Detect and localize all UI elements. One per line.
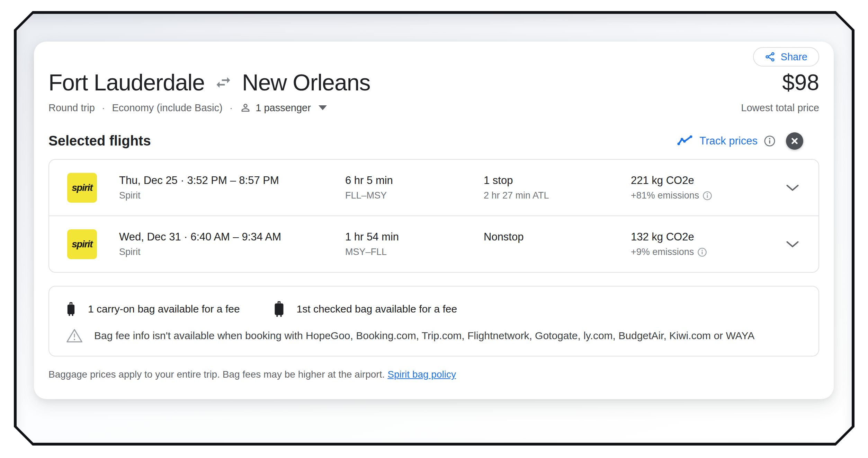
airline-name: Spirit <box>119 247 345 258</box>
track-prices-label[interactable]: Track prices <box>699 135 758 147</box>
spirit-bag-policy-link[interactable]: Spirit bag policy <box>387 369 456 380</box>
flight-row-return[interactable]: spirit Wed, Dec 31 · 6:40 AM – 9:34 AM S… <box>49 216 818 272</box>
info-icon[interactable] <box>697 247 707 257</box>
swap-route-icon <box>214 73 232 91</box>
baggage-disclaimer-row: Baggage prices apply to your entire trip… <box>48 369 819 380</box>
expand-flight-button[interactable] <box>778 184 799 192</box>
emissions-delta: +9% emissions <box>631 247 694 257</box>
bag-fee-warning-text: Bag fee info isn't available when bookin… <box>94 330 754 342</box>
origin-city: Fort Lauderdale <box>48 69 205 96</box>
toggle-thumb-x-icon <box>786 132 803 150</box>
flight-stops: 1 stop <box>484 174 631 187</box>
trip-type-label: Round trip <box>48 102 95 114</box>
flight-summary-card: Share Fort Lauderdale New Orleans $98 Ro… <box>34 42 834 399</box>
chevron-down-icon <box>786 240 799 248</box>
title-row: Fort Lauderdale New Orleans $98 <box>48 69 819 96</box>
total-price: $98 <box>782 70 819 95</box>
flight-date-time: Thu, Dec 25 · 3:52 PM – 8:57 PM <box>119 174 345 187</box>
stop-detail: 2 hr 27 min ATL <box>484 190 631 201</box>
passenger-count-label: 1 passenger <box>256 102 311 114</box>
co2-amount: 132 kg CO2e <box>631 231 778 243</box>
flight-stops: Nonstop <box>484 231 631 243</box>
trending-chart-icon <box>677 135 693 147</box>
carry-on-bag-icon <box>66 301 76 317</box>
flight-route: MSY–FLL <box>345 247 484 258</box>
spirit-logo: spirit <box>67 229 97 259</box>
page-title: Fort Lauderdale New Orleans <box>48 69 370 96</box>
share-label: Share <box>781 51 807 63</box>
flight-duration: 1 hr 54 min <box>345 231 484 243</box>
baggage-info-box: 1 carry-on bag available for a fee 1st c… <box>48 286 819 356</box>
section-row: Selected flights Track prices <box>48 133 819 149</box>
carry-on-bag-label: 1 carry-on bag available for a fee <box>88 303 240 315</box>
section-title: Selected flights <box>48 133 151 149</box>
share-icon <box>765 52 775 62</box>
spirit-logo-text: spirit <box>72 182 92 193</box>
track-prices-toggle[interactable] <box>787 135 819 147</box>
flight-row-outbound[interactable]: spirit Thu, Dec 25 · 3:52 PM – 8:57 PM S… <box>49 160 818 215</box>
flight-route: FLL–MSY <box>345 190 484 201</box>
stop-detail <box>484 247 631 258</box>
info-icon[interactable] <box>703 191 712 201</box>
checked-bag-label: 1st checked bag available for a fee <box>297 303 457 315</box>
bag-fee-warning-row: Bag fee info isn't available when bookin… <box>66 328 802 343</box>
airline-name: Spirit <box>119 190 345 201</box>
page-background: Share Fort Lauderdale New Orleans $98 Ro… <box>0 0 868 458</box>
flight-duration: 6 hr 5 min <box>345 174 484 187</box>
baggage-disclaimer-text: Baggage prices apply to your entire trip… <box>48 369 385 380</box>
meta-row: Round trip · Economy (include Basic) · 1… <box>48 102 819 114</box>
passenger-selector[interactable]: 1 passenger <box>240 102 327 114</box>
co2-amount: 221 kg CO2e <box>631 174 778 187</box>
trip-options: Round trip · Economy (include Basic) · 1… <box>48 102 327 114</box>
price-note: Lowest total price <box>741 102 819 114</box>
baggage-allowance-row: 1 carry-on bag available for a fee 1st c… <box>66 300 802 318</box>
flight-date-time: Wed, Dec 31 · 6:40 AM – 9:34 AM <box>119 231 345 243</box>
separator-dot: · <box>228 102 234 114</box>
carry-on-bag-item: 1 carry-on bag available for a fee <box>66 301 240 317</box>
share-row: Share <box>48 47 819 67</box>
cabin-label: Economy (include Basic) <box>112 102 222 114</box>
warning-triangle-icon <box>66 328 83 343</box>
checked-bag-icon <box>273 300 285 318</box>
emissions-delta: +81% emissions <box>631 190 699 201</box>
person-icon <box>240 102 251 114</box>
track-prices-control: Track prices <box>677 135 819 147</box>
separator-dot: · <box>100 102 107 114</box>
info-icon[interactable] <box>764 135 776 147</box>
spirit-logo-text: spirit <box>72 239 92 250</box>
share-button[interactable]: Share <box>753 47 819 67</box>
expand-flight-button[interactable] <box>778 240 799 248</box>
chevron-down-icon <box>319 105 327 110</box>
spirit-logo: spirit <box>67 173 97 203</box>
chevron-down-icon <box>786 184 799 192</box>
selected-flights-list: spirit Thu, Dec 25 · 3:52 PM – 8:57 PM S… <box>48 159 819 273</box>
checked-bag-item: 1st checked bag available for a fee <box>273 300 457 318</box>
destination-city: New Orleans <box>242 69 370 96</box>
